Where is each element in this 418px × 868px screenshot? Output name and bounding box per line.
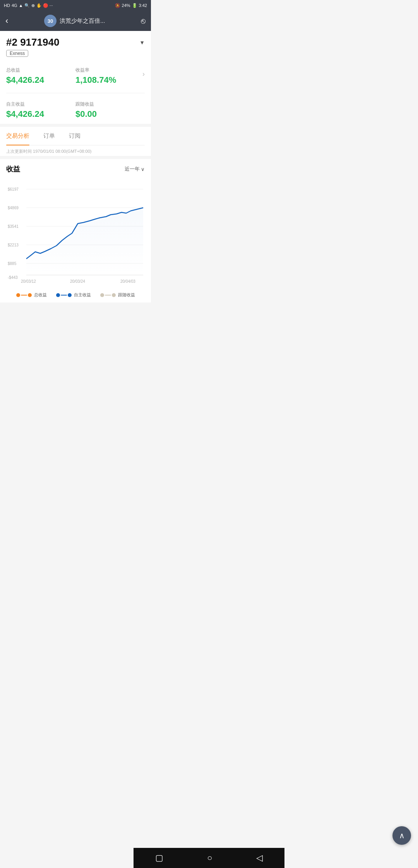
alarm-icon: 🔕 <box>115 3 120 8</box>
chart-section: 收益 近一年 ∨ $6197 $4869 $3541 $2213 $885 -$… <box>0 159 151 302</box>
tab-analysis[interactable]: 交易分析 <box>6 127 29 145</box>
legend-line-total <box>21 295 27 296</box>
follow-profit-value: $0.00 <box>75 109 145 119</box>
profit-rate-stat: 收益率 1,108.74% <box>75 67 116 85</box>
legend-dot-total <box>16 293 20 297</box>
svg-text:20/04/03: 20/04/03 <box>120 279 135 284</box>
profit-rate-value: 1,108.74% <box>75 75 116 85</box>
account-id: #2 9171940 <box>6 36 59 48</box>
search-icon: 🔍 <box>24 3 30 8</box>
chart-container: $6197 $4869 $3541 $2213 $885 -$443 <box>6 179 145 287</box>
legend-line-follow <box>105 295 111 296</box>
broker-badge: Exness <box>6 50 28 57</box>
svg-text:20/03/12: 20/03/12 <box>21 279 36 284</box>
svg-text:-$443: -$443 <box>8 275 18 280</box>
share-button[interactable]: ⎋ <box>141 17 146 26</box>
status-left: HD 4G ▲ 🔍 ⊕ ✋ 🔴 ··· <box>4 3 53 8</box>
avatar: 30 <box>44 15 57 27</box>
stats-grid: 总收益 $4,426.24 收益率 1,108.74% › 自主收益 $4,42… <box>0 61 151 124</box>
legend-total-profit: 总收益 <box>16 292 47 298</box>
self-profit-label: 自主收益 <box>6 101 75 108</box>
self-profit-value: $4,426.24 <box>6 109 75 119</box>
tab-orders[interactable]: 订单 <box>43 127 55 145</box>
legend-dot-self <box>56 293 60 297</box>
divider <box>6 93 145 93</box>
total-profit-label: 总收益 <box>6 67 75 73</box>
dropdown-arrow-icon[interactable]: ▼ <box>139 39 145 46</box>
svg-text:$3541: $3541 <box>8 224 19 229</box>
legend-follow-label: 跟随收益 <box>118 292 135 298</box>
total-profit-stat: 总收益 $4,426.24 <box>6 67 75 85</box>
nav-title: 洪荒少年之百倍... <box>60 17 105 25</box>
self-profit-stat: 自主收益 $4,426.24 <box>6 101 75 119</box>
legend-dot-total2 <box>28 293 32 297</box>
status-right: 🔕 24% 🔋 3:42 <box>115 3 147 8</box>
svg-text:$885: $885 <box>8 261 17 266</box>
svg-text:20/03/24: 20/03/24 <box>70 279 85 284</box>
profit-rate-arrow[interactable]: › <box>142 67 145 85</box>
account-header: #2 9171940 ▼ Exness <box>0 31 151 61</box>
chart-header: 收益 近一年 ∨ <box>6 164 145 174</box>
battery-icon: 🔋 <box>132 3 137 8</box>
wifi-icon: ▲ <box>19 3 23 8</box>
nav-bar: ‹ 30 洪荒少年之百倍... ⎋ <box>0 11 151 31</box>
follow-profit-label: 跟随收益 <box>75 101 145 108</box>
legend-follow-profit: 跟随收益 <box>100 292 135 298</box>
legend-dot-self2 <box>68 293 72 297</box>
legend-line-self <box>61 295 67 296</box>
legend-dot-follow <box>100 293 104 297</box>
period-chevron-icon: ∨ <box>141 166 145 172</box>
total-profit-value: $4,426.24 <box>6 75 75 85</box>
profit-rate-col: 收益率 1,108.74% › <box>75 67 145 85</box>
extra-icons: ⊕ ✋ 🔴 ··· <box>31 3 53 8</box>
signal-4g: 4G <box>12 3 17 8</box>
svg-text:$6197: $6197 <box>8 187 19 191</box>
svg-text:$2213: $2213 <box>8 243 19 247</box>
tabs-section: 交易分析 订单 订阅 上次更新时间 1970/01/01 08:00(GMT+0… <box>0 127 151 156</box>
nav-center: 30 洪荒少年之百倍... <box>44 15 105 27</box>
time: 3:42 <box>139 3 147 8</box>
profit-chart-svg: $6197 $4869 $3541 $2213 $885 -$443 <box>6 179 145 287</box>
update-time: 上次更新时间 1970/01/01 08:00(GMT+08:00) <box>6 145 145 156</box>
svg-marker-12 <box>26 208 143 275</box>
svg-text:$4869: $4869 <box>8 206 19 210</box>
legend-self-profit: 自主收益 <box>56 292 91 298</box>
legend-self-label: 自主收益 <box>74 292 91 298</box>
follow-profit-stat: 跟随收益 $0.00 <box>75 101 145 119</box>
legend-dot-follow2 <box>112 293 116 297</box>
account-id-row: #2 9171940 ▼ <box>6 36 145 48</box>
hd-badge: HD <box>4 3 10 8</box>
profit-rate-label: 收益率 <box>75 67 116 73</box>
status-bar: HD 4G ▲ 🔍 ⊕ ✋ 🔴 ··· 🔕 24% 🔋 3:42 <box>0 0 151 11</box>
legend-total-label: 总收益 <box>34 292 47 298</box>
arrow-right-icon: › <box>142 70 145 78</box>
chart-period-selector[interactable]: 近一年 ∨ <box>125 166 145 173</box>
tabs-row: 交易分析 订单 订阅 <box>6 127 145 145</box>
back-button[interactable]: ‹ <box>5 16 8 26</box>
tab-subscribe[interactable]: 订阅 <box>69 127 81 145</box>
chart-legend: 总收益 自主收益 跟随收益 <box>6 292 145 298</box>
battery-text: 24% <box>122 3 130 8</box>
chart-title: 收益 <box>6 164 20 174</box>
